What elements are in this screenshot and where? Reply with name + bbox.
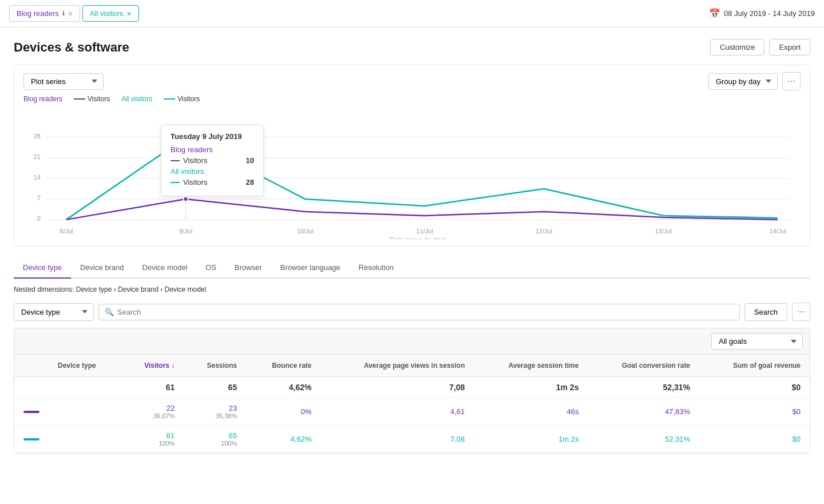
legend-all-sub-text: Visitors: [177, 95, 200, 103]
table-more-button[interactable]: ···: [792, 303, 810, 321]
row2-sessions: 65 100%: [184, 426, 246, 453]
tab-resolution[interactable]: Resolution: [350, 257, 403, 279]
svg-text:11/Jul: 11/Jul: [416, 228, 433, 235]
tab-blog-readers[interactable]: Blog readers ℹ ×: [9, 5, 80, 22]
tooltip-all-label: All visitors: [171, 167, 204, 176]
header-bar: Blog readers ℹ × All visitors × 📅 08 Jul…: [0, 0, 824, 27]
tab-all-close[interactable]: ×: [126, 10, 131, 18]
tooltip-all-value: 28: [246, 178, 254, 186]
tooltip-blog-value: 10: [246, 156, 254, 165]
tooltip-blog-metric: Visitors: [171, 156, 207, 165]
plot-series-select[interactable]: Plot series: [23, 73, 104, 90]
total-device-type: [49, 377, 121, 398]
tab-device-model[interactable]: Device model: [133, 257, 197, 279]
date-range[interactable]: 📅 08 July 2019 - 14 July 2019: [709, 8, 815, 19]
legend-all-line: [164, 98, 175, 100]
calendar-icon: 📅: [709, 8, 720, 19]
tooltip-blog-label: Blog readers: [171, 145, 213, 154]
table-controls: Device type 🔍 Search ···: [14, 303, 810, 321]
th-device-type[interactable]: Device type: [49, 355, 121, 377]
th-sessions[interactable]: Sessions: [184, 355, 246, 377]
customize-button[interactable]: Customize: [710, 39, 764, 55]
nested-dims-label: Nested dimensions:: [14, 285, 74, 293]
legend-all-visitors[interactable]: All visitors: [121, 95, 152, 103]
legend-all-label: All visitors: [121, 95, 152, 103]
data-table: Device type Visitors ↓ Sessions Bounce r…: [14, 355, 810, 453]
row1-goal-revenue: $0: [699, 398, 810, 426]
tab-all-visitors[interactable]: All visitors ×: [82, 5, 139, 22]
data-table-wrapper: All goals Device type Visitors ↓ Session…: [14, 328, 810, 454]
tab-device-brand[interactable]: Device brand: [71, 257, 133, 279]
tab-browser-language[interactable]: Browser language: [271, 257, 350, 279]
tab-device-type[interactable]: Device type: [14, 257, 71, 279]
date-range-text: 08 July 2019 - 14 July 2019: [724, 9, 815, 18]
row2-avg-session-time: 1m 2s: [474, 426, 588, 453]
row1-avg-page-views: 4,61: [320, 398, 474, 426]
svg-text:8/Jul: 8/Jul: [60, 228, 73, 235]
th-goal-revenue[interactable]: Sum of goal revenue: [699, 355, 810, 377]
search-icon: 🔍: [105, 308, 114, 316]
search-input[interactable]: [117, 308, 734, 316]
page-actions: Customize Export: [710, 39, 810, 55]
svg-text:28: 28: [34, 133, 41, 140]
svg-text:13/Jul: 13/Jul: [655, 228, 672, 235]
row1-bounce-rate: 0%: [246, 398, 320, 426]
tab-os[interactable]: OS: [196, 257, 225, 279]
goals-select[interactable]: All goals: [711, 333, 803, 350]
svg-text:14/Jul: 14/Jul: [769, 228, 786, 235]
goals-filter-row: All goals: [14, 328, 810, 355]
group-by-select[interactable]: Group by day: [708, 73, 778, 90]
table-total-row: 61 65 4,62% 7,08 1m 2s 52,31% $0: [14, 377, 810, 398]
tooltip-date: Tuesday 9 July 2019: [171, 132, 254, 141]
row2-avg-page-views: 7,08: [320, 426, 474, 453]
legend-all-sub: Visitors: [164, 95, 200, 103]
th-bounce-rate[interactable]: Bounce rate: [246, 355, 320, 377]
dimension-type-select[interactable]: Device type: [14, 303, 94, 321]
row2-color-bar: [23, 438, 39, 440]
chart-container: 0 7 14 21 28 8/Jul 9/Jul 10/Jul 11/Jul 1…: [23, 108, 801, 241]
row2-goal-revenue: $0: [699, 426, 810, 453]
row2-goal-conversion: 52,31%: [588, 426, 699, 453]
chart-more-button[interactable]: ···: [782, 72, 801, 90]
svg-text:14: 14: [34, 174, 41, 181]
header-tabs: Blog readers ℹ × All visitors ×: [9, 5, 139, 22]
legend-blog-sub: Visitors: [88, 95, 110, 103]
chart-controls: Plot series Group by day ···: [23, 72, 801, 90]
table-row: 22 36,07% 23 35,38% 0% 4,61 46s 47,83% $…: [14, 398, 810, 426]
search-button[interactable]: Search: [744, 303, 787, 321]
chart-section: Plot series Group by day ··· Blog reader…: [14, 65, 810, 246]
tab-blog-label: Blog readers: [17, 9, 59, 18]
total-avg-page-views: 7,08: [320, 377, 474, 398]
tooltip-all-sub: Visitors: [183, 178, 207, 186]
tooltip-blog-visitors-row: Visitors 10: [171, 156, 254, 165]
legend-blog-readers[interactable]: Blog readers: [23, 95, 62, 103]
svg-text:9/Jul: 9/Jul: [179, 228, 192, 235]
svg-text:7: 7: [37, 195, 41, 201]
total-bounce-rate: 4,62%: [246, 377, 320, 398]
export-button[interactable]: Export: [769, 39, 810, 55]
tab-blog-close[interactable]: ×: [68, 10, 73, 18]
tab-info-icon[interactable]: ℹ: [62, 10, 65, 17]
th-avg-session-time[interactable]: Average session time: [474, 355, 588, 377]
chart-tooltip: Tuesday 9 July 2019 Blog readers Visitor…: [161, 125, 264, 196]
page-header: Devices & software Customize Export: [0, 27, 824, 65]
tooltip-all-metric: Visitors: [171, 178, 207, 186]
th-avg-page-views[interactable]: Average page views in session: [320, 355, 474, 377]
search-box: 🔍: [98, 304, 740, 320]
tooltip-all-line: [171, 182, 180, 183]
total-goal-conversion: 52,31%: [588, 377, 699, 398]
total-color-cell: [14, 377, 49, 398]
nested-dims-path: Device type › Device brand › Device mode…: [76, 285, 206, 293]
nested-dimensions: Nested dimensions: Device type › Device …: [14, 281, 810, 298]
legend-blog-line: [74, 98, 85, 100]
row1-color-cell: [14, 398, 49, 426]
chart-legend: Blog readers Visitors All visitors Visit…: [23, 95, 801, 103]
row2-visitors: 61 100%: [121, 426, 184, 453]
total-avg-session-time: 1m 2s: [474, 377, 588, 398]
tab-browser[interactable]: Browser: [225, 257, 271, 279]
tooltip-blog-line: [171, 160, 180, 161]
th-visitors[interactable]: Visitors ↓: [121, 355, 184, 377]
row2-device-type: [49, 426, 121, 453]
tooltip-all-row: All visitors: [171, 167, 254, 176]
th-goal-conversion[interactable]: Goal conversion rate: [588, 355, 699, 377]
